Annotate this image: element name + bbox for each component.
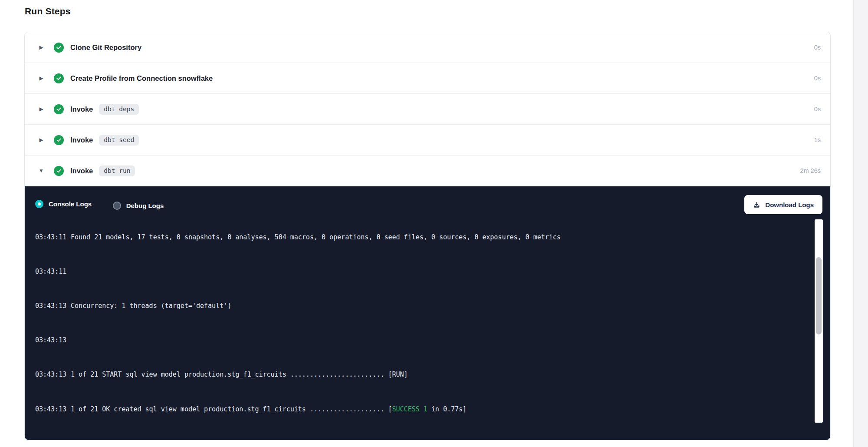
download-icon [753, 201, 760, 209]
step-label: Invoke [70, 105, 93, 113]
log-line: 03:43:13 [35, 336, 818, 345]
step-duration: 0s [814, 44, 821, 51]
log-message: Found 21 models, 17 tests, 0 snapshots, … [71, 233, 561, 241]
run-step-row[interactable]: ▶ Create Profile from Connection snowfla… [25, 63, 830, 94]
expand-caret-icon[interactable]: ▶ [38, 137, 45, 143]
run-step-row[interactable]: ▶ Invoke dbt deps 0s [25, 94, 830, 125]
expand-caret-icon[interactable]: ▼ [38, 168, 45, 174]
log-line: 03:43:13Concurrency: 1 threads (target='… [35, 302, 818, 311]
step-duration: 0s [814, 106, 821, 113]
radio-icon [35, 200, 43, 208]
log-line: 03:43:11 [35, 268, 818, 276]
log-timestamp: 03:43:13 [35, 440, 66, 440]
log-line: 03:43:132 of 21 START sql view model pro… [35, 440, 818, 440]
log-tabs: Console Logs Debug Logs [35, 199, 183, 210]
log-success-badge: SUCCESS 1 [392, 405, 427, 413]
run-step-row[interactable]: ▼ Invoke dbt run 2m 26s [25, 156, 830, 186]
log-scrollbar-thumb[interactable] [816, 257, 822, 334]
log-timestamp: 03:43:13 [35, 336, 66, 345]
run-step-row[interactable]: ▶ Invoke dbt seed 1s [25, 125, 830, 156]
page-edge-gutter [853, 0, 868, 447]
page-title: Run Steps [25, 6, 71, 17]
step-duration: 2m 26s [800, 167, 821, 174]
log-line: 03:43:131 of 21 OK created sql view mode… [35, 405, 818, 414]
log-panel-header: Console Logs Debug Logs Download Logs [25, 186, 830, 214]
log-message: 1 of 21 START sql view model production.… [71, 371, 408, 378]
step-duration: 1s [814, 136, 821, 143]
success-check-icon [54, 73, 64, 83]
log-tab-radio[interactable]: Debug Logs [113, 202, 164, 210]
download-logs-label: Download Logs [765, 201, 814, 209]
step-command: dbt seed [99, 135, 139, 146]
success-check-icon [54, 135, 64, 145]
step-command: dbt run [99, 166, 135, 176]
radio-label: Debug Logs [126, 202, 164, 209]
log-timestamp: 03:43:13 [35, 302, 66, 311]
log-timestamp: 03:43:11 [35, 233, 66, 242]
run-steps-card: ▶ Clone Git Repository 0s ▶ Create Profi… [24, 32, 831, 440]
log-line: 03:43:131 of 21 START sql view model pro… [35, 371, 818, 379]
log-timestamp: 03:43:13 [35, 371, 66, 379]
run-step-row[interactable]: ▶ Clone Git Repository 0s [25, 32, 830, 63]
step-label: Clone Git Repository [70, 43, 141, 52]
success-check-icon [54, 43, 64, 53]
log-line: 03:43:11Found 21 models, 17 tests, 0 sna… [35, 233, 818, 242]
success-check-icon [54, 166, 64, 176]
step-label: Create Profile from Connection snowflake [70, 74, 213, 83]
expand-caret-icon[interactable]: ▶ [38, 106, 45, 112]
console-log-output[interactable]: 03:43:11Found 21 models, 17 tests, 0 sna… [35, 220, 818, 440]
log-timestamp: 03:43:11 [35, 268, 66, 276]
log-timestamp: 03:43:13 [35, 405, 66, 414]
log-tab-radio[interactable]: Console Logs [35, 200, 92, 208]
expand-caret-icon[interactable]: ▶ [38, 44, 45, 50]
step-label: Invoke [70, 136, 93, 144]
log-duration: in 0.77s] [427, 405, 467, 413]
step-label: Invoke [70, 167, 93, 175]
log-message: 1 of 21 OK created sql view model produc… [71, 405, 392, 413]
log-scrollbar-track[interactable] [815, 219, 823, 423]
download-logs-button[interactable]: Download Logs [744, 195, 822, 214]
log-panel: Console Logs Debug Logs Download Logs 03… [25, 186, 830, 440]
radio-icon [113, 202, 121, 210]
log-message: 2 of 21 START sql view model production.… [71, 440, 408, 440]
success-check-icon [54, 104, 64, 114]
radio-label: Console Logs [49, 200, 92, 208]
log-message: Concurrency: 1 threads (target='default'… [71, 302, 231, 310]
run-steps-list: ▶ Clone Git Repository 0s ▶ Create Profi… [25, 32, 830, 186]
console-log-lines: 03:43:11Found 21 models, 17 tests, 0 sna… [35, 220, 818, 440]
expand-caret-icon[interactable]: ▶ [38, 75, 45, 81]
step-command: dbt deps [99, 104, 139, 115]
step-duration: 0s [814, 75, 821, 82]
